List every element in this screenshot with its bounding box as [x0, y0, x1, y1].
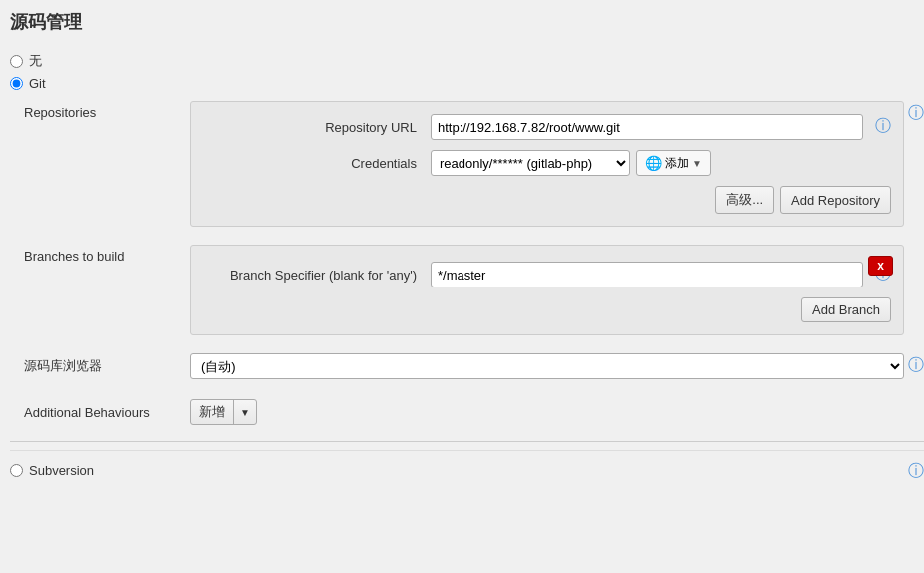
branch-specifier-row: Branch Specifier (blank for 'any') ⓘ	[203, 262, 891, 287]
repositories-label: Repositories	[10, 101, 190, 120]
radio-none-row: 无	[10, 52, 924, 70]
radio-none-label: 无	[29, 52, 42, 70]
repo-url-input[interactable]	[431, 114, 863, 140]
page-title: 源码管理	[10, 10, 924, 40]
source-browser-select[interactable]: (自动)	[190, 353, 904, 379]
add-new-btn-arrow-icon: ▼	[234, 400, 256, 424]
subversion-section: Subversion ⓘ	[10, 450, 924, 490]
repositories-section: Repositories Repository URL ⓘ Credential…	[10, 97, 924, 231]
globe-icon: 🌐	[645, 155, 662, 171]
repositories-content: Repository URL ⓘ Credentials readonly/**…	[190, 101, 904, 227]
add-repository-button[interactable]: Add Repository	[780, 186, 891, 214]
radio-git-label: Git	[29, 76, 46, 91]
subversion-label: Subversion	[29, 463, 94, 478]
delete-branch-button[interactable]: x	[868, 256, 893, 276]
radio-none[interactable]	[10, 55, 23, 68]
radio-subversion[interactable]	[10, 464, 23, 477]
credentials-controls: readonly/****** (gitlab-php) 🌐 添加 ▼	[431, 150, 711, 176]
add-cred-arrow-icon: ▼	[692, 158, 702, 169]
additional-behaviours-section: Additional Behaviours 新增 ▼	[10, 393, 924, 431]
add-new-btn-label: 新增	[191, 400, 234, 424]
additional-behaviours-label: Additional Behaviours	[10, 405, 190, 420]
source-browser-label: 源码库浏览器	[10, 357, 190, 375]
source-browser-help-icon[interactable]: ⓘ	[908, 353, 924, 376]
radio-git-row: Git	[10, 76, 924, 91]
branch-specifier-label: Branch Specifier (blank for 'any')	[203, 268, 423, 283]
add-new-behaviour-button[interactable]: 新增 ▼	[190, 399, 257, 425]
credentials-row-container: Credentials readonly/****** (gitlab-php)…	[203, 150, 891, 176]
repo-url-label: Repository URL	[203, 120, 423, 135]
branch-actions-row: Add Branch	[203, 297, 891, 322]
section-divider	[10, 441, 924, 442]
repo-url-row: Repository URL ⓘ	[203, 114, 891, 140]
branch-specifier-input[interactable]	[431, 262, 863, 287]
credentials-select[interactable]: readonly/****** (gitlab-php)	[431, 150, 630, 176]
branches-section: Branches to build x Branch Specifier (bl…	[10, 241, 924, 339]
branches-label: Branches to build	[10, 245, 190, 264]
repo-actions-row: 高级... Add Repository	[203, 186, 891, 214]
subversion-help-icon[interactable]: ⓘ	[908, 459, 924, 482]
radio-git[interactable]	[10, 77, 23, 90]
add-cred-label: 添加	[665, 155, 689, 172]
add-credentials-button[interactable]: 🌐 添加 ▼	[636, 150, 711, 176]
subversion-radio-row: Subversion	[10, 463, 94, 478]
source-browser-section: 源码库浏览器 (自动) ⓘ	[10, 349, 924, 383]
repo-url-help-icon[interactable]: ⓘ	[875, 114, 891, 137]
branches-content: x Branch Specifier (blank for 'any') ⓘ A…	[190, 245, 904, 335]
repositories-help-icon[interactable]: ⓘ	[908, 101, 924, 124]
page-container: 源码管理 无 Git Repositories Repository URL ⓘ…	[0, 0, 924, 573]
add-branch-button[interactable]: Add Branch	[801, 297, 891, 322]
credentials-label: Credentials	[203, 156, 423, 171]
advanced-button[interactable]: 高级...	[715, 186, 774, 214]
